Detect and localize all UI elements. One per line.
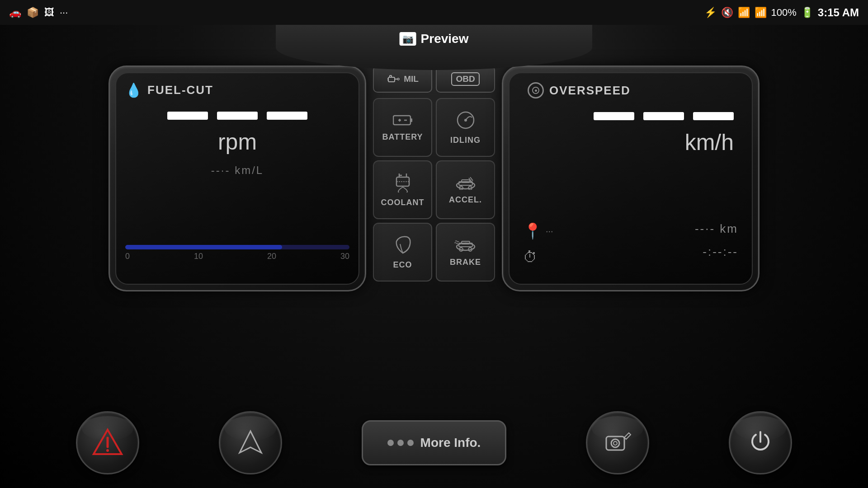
gallery-icon: 🖼: [44, 7, 54, 19]
overspeed-inner: OVERSPEED km/h 📍 ···: [509, 72, 753, 285]
idling-item[interactable]: IDLING: [436, 98, 495, 157]
camera-search-button[interactable]: [586, 411, 649, 474]
eco-item[interactable]: ECO: [373, 223, 432, 282]
mute-icon: 🔇: [721, 7, 733, 19]
fuel-cut-unit: rpm: [218, 129, 257, 155]
fuel-cut-inner: 💧 FUEL-CUT rpm --·- km/L 0: [115, 72, 359, 285]
dot-3: [407, 440, 414, 446]
progress-label-20: 20: [267, 252, 276, 261]
progress-label-30: 30: [340, 252, 349, 261]
overspeed-bottom-row: 📍 ··· ⏱ --·- km -:--:--: [509, 222, 752, 266]
preview-header: 📷 Preview: [400, 32, 469, 46]
location-dots: ···: [546, 226, 553, 236]
overspeed-dashes: [519, 112, 743, 120]
fuel-drop-icon: 💧: [125, 82, 142, 98]
dot-2: [397, 440, 404, 446]
overspeed-dash-2: [643, 112, 684, 120]
battery-item-icon: [393, 113, 413, 129]
mil-engine-icon: [387, 74, 400, 84]
signal-icon: 📶: [755, 7, 767, 19]
brake-item[interactable]: BRAKE: [436, 223, 495, 282]
status-bar-right: ⚡ 🔇 📶 📶 100% 🔋 3:15 AM: [704, 6, 859, 19]
main-content: 💧 FUEL-CUT rpm --·- km/L 0: [0, 66, 868, 291]
distance-value: --·- km: [695, 222, 738, 236]
svg-rect-1: [390, 75, 392, 77]
dashboard: 📷 Preview 💧 FUEL-CUT rpm --·- km/L: [0, 25, 868, 488]
progress-bg: [125, 245, 349, 249]
more-icon: ···: [60, 7, 68, 19]
coolant-item[interactable]: COOLANT: [373, 160, 432, 219]
svg-point-35: [613, 441, 617, 445]
fuel-cut-progress: 0 10 20 30: [125, 245, 349, 261]
svg-point-3: [397, 78, 399, 80]
progress-fill: [125, 245, 282, 249]
idling-item-icon: [456, 110, 476, 132]
svg-rect-16: [396, 177, 409, 186]
eco-item-icon: [394, 235, 412, 257]
brake-item-icon: [454, 238, 477, 254]
overspeed-title-row: OVERSPEED: [519, 82, 743, 99]
battery-level: 100%: [771, 7, 797, 19]
obd-label: OBD: [451, 72, 479, 86]
navigate-icon: [237, 428, 264, 457]
dash-block-1: [167, 112, 208, 120]
svg-marker-34: [624, 433, 631, 439]
svg-point-12: [464, 119, 467, 122]
center-panel: MIL OBD: [366, 66, 502, 291]
overspeed-icons-col: 📍 ··· ⏱: [523, 222, 553, 266]
coolant-label: COOLANT: [381, 198, 425, 207]
overspeed-dash-1: [594, 112, 634, 120]
fuel-cut-dashes: [167, 112, 307, 120]
more-info-button[interactable]: More Info.: [362, 420, 506, 465]
navigate-button[interactable]: [219, 411, 282, 474]
svg-rect-6: [393, 116, 410, 125]
mil-label: MIL: [404, 74, 419, 84]
power-button[interactable]: [729, 411, 792, 474]
fuel-cut-panel: 💧 FUEL-CUT rpm --·- km/L 0: [108, 66, 366, 291]
bluetooth-icon: ⚡: [704, 7, 717, 19]
svg-point-33: [611, 439, 619, 447]
status-grid: BATTERY IDLING: [373, 98, 495, 282]
progress-label-0: 0: [125, 252, 130, 261]
fuel-cut-title-row: 💧 FUEL-CUT: [125, 82, 349, 98]
overspeed-values-col: --·- km -:--:--: [695, 222, 738, 266]
camera-search-icon: [604, 428, 632, 457]
clock: 3:15 AM: [818, 6, 859, 19]
svg-rect-0: [388, 77, 395, 82]
preview-label: Preview: [421, 32, 469, 46]
fuel-cut-sub: --·- km/L: [211, 164, 264, 177]
brake-label: BRAKE: [450, 258, 481, 267]
bottom-toolbar: More Info.: [0, 411, 868, 474]
time-value: -:--:--: [703, 245, 738, 259]
coolant-item-icon: [395, 173, 411, 194]
timer-icon: ⏱: [523, 249, 538, 266]
clock-row: ⏱: [523, 249, 553, 266]
eco-label: ECO: [393, 260, 412, 270]
dropbox-icon: 📦: [27, 7, 39, 19]
status-bar-left: 🚗 📦 🖼 ···: [9, 7, 68, 19]
accel-item[interactable]: ACCEL.: [436, 160, 495, 219]
svg-marker-31: [240, 431, 261, 453]
battery-icon: 🔋: [801, 7, 813, 19]
more-info-dots: [387, 440, 414, 446]
progress-labels: 0 10 20 30: [125, 252, 349, 261]
cargo-live-icon: 🚗: [9, 7, 21, 19]
svg-point-30: [106, 449, 109, 452]
overspeed-panel: OVERSPEED km/h 📍 ···: [502, 66, 760, 291]
battery-item[interactable]: BATTERY: [373, 98, 432, 157]
location-icon: 📍: [523, 222, 542, 240]
alert-button[interactable]: [76, 411, 139, 474]
progress-label-10: 10: [194, 252, 203, 261]
battery-label: BATTERY: [382, 132, 423, 142]
overspeed-dash-3: [693, 112, 734, 120]
more-info-label: More Info.: [420, 436, 481, 450]
alert-triangle-icon: [92, 428, 123, 458]
svg-rect-7: [410, 118, 412, 122]
overspeed-icon: [528, 82, 544, 99]
idling-label: IDLING: [450, 136, 481, 145]
dot-1: [387, 440, 394, 446]
camera-icon: 📷: [400, 32, 416, 46]
status-bar: 🚗 📦 🖼 ··· ⚡ 🔇 📶 📶 100% 🔋 3:15 AM: [0, 0, 868, 25]
power-icon: [747, 428, 774, 457]
location-row: 📍 ···: [523, 222, 553, 240]
